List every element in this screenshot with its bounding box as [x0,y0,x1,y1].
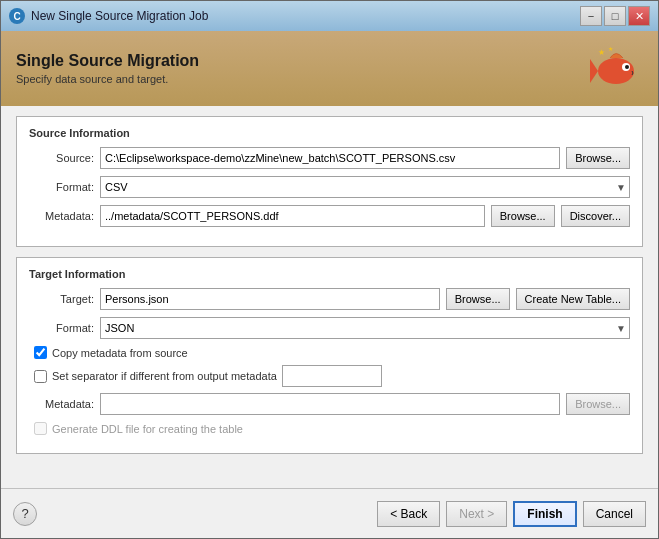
footer-left: ? [13,502,37,526]
header-subtitle: Specify data source and target. [16,73,199,85]
app-icon: C [9,8,25,24]
generate-ddl-checkbox[interactable] [34,422,47,435]
source-format-select[interactable]: CSV JSON XML TXT [100,176,630,198]
generate-ddl-label: Generate DDL file for creating the table [52,423,243,435]
svg-marker-1 [590,59,598,83]
header-title: Single Source Migration [16,52,199,70]
target-section-title: Target Information [29,268,630,280]
svg-point-0 [598,58,634,84]
target-format-select-wrapper: JSON CSV XML TXT ▼ [100,317,630,339]
help-button[interactable]: ? [13,502,37,526]
source-metadata-label: Metadata: [29,210,94,222]
close-button[interactable]: ✕ [628,6,650,26]
generate-ddl-row: Generate DDL file for creating the table [29,422,630,435]
title-bar-controls: − □ ✕ [580,6,650,26]
target-format-row: Format: JSON CSV XML TXT ▼ [29,317,630,339]
cancel-button[interactable]: Cancel [583,501,646,527]
target-input[interactable] [100,288,440,310]
source-format-label: Format: [29,181,94,193]
content-area: Source Information Source: Browse... For… [1,106,658,488]
set-separator-label: Set separator if different from output m… [52,370,277,382]
svg-text:★: ★ [598,48,605,57]
source-input[interactable] [100,147,560,169]
source-row: Source: Browse... [29,147,630,169]
header-text: Single Source Migration Specify data sou… [16,52,199,85]
target-metadata-row: Metadata: Browse... [29,393,630,415]
copy-metadata-checkbox[interactable] [34,346,47,359]
separator-input[interactable] [282,365,382,387]
source-metadata-row: Metadata: Browse... Discover... [29,205,630,227]
set-separator-row: Set separator if different from output m… [29,365,630,387]
copy-metadata-row: Copy metadata from source [29,346,630,359]
title-bar: C New Single Source Migration Job − □ ✕ [1,1,658,31]
target-browse-button[interactable]: Browse... [446,288,510,310]
create-new-table-button[interactable]: Create New Table... [516,288,630,310]
svg-text:★: ★ [608,46,613,52]
svg-point-3 [625,65,629,69]
next-button[interactable]: Next > [446,501,507,527]
title-bar-left: C New Single Source Migration Job [9,8,208,24]
main-window: C New Single Source Migration Job − □ ✕ … [0,0,659,539]
source-metadata-input[interactable] [100,205,485,227]
source-label: Source: [29,152,94,164]
footer-right: < Back Next > Finish Cancel [377,501,646,527]
minimize-button[interactable]: − [580,6,602,26]
window-title: New Single Source Migration Job [31,9,208,23]
source-section-title: Source Information [29,127,630,139]
header: Single Source Migration Specify data sou… [1,31,658,106]
format-row: Format: CSV JSON XML TXT ▼ [29,176,630,198]
target-metadata-browse-button[interactable]: Browse... [566,393,630,415]
discover-button[interactable]: Discover... [561,205,630,227]
fish-icon: ★ ★ [588,41,643,96]
source-browse-button[interactable]: Browse... [566,147,630,169]
footer: ? < Back Next > Finish Cancel [1,488,658,538]
source-metadata-browse-button[interactable]: Browse... [491,205,555,227]
maximize-button[interactable]: □ [604,6,626,26]
copy-metadata-label: Copy metadata from source [52,347,188,359]
target-format-select[interactable]: JSON CSV XML TXT [100,317,630,339]
target-metadata-input[interactable] [100,393,560,415]
target-label: Target: [29,293,94,305]
source-format-select-wrapper: CSV JSON XML TXT ▼ [100,176,630,198]
target-information-group: Target Information Target: Browse... Cre… [16,257,643,454]
finish-button[interactable]: Finish [513,501,576,527]
target-metadata-label: Metadata: [29,398,94,410]
back-button[interactable]: < Back [377,501,440,527]
target-row: Target: Browse... Create New Table... [29,288,630,310]
source-information-group: Source Information Source: Browse... For… [16,116,643,247]
target-format-label: Format: [29,322,94,334]
set-separator-checkbox[interactable] [34,370,47,383]
